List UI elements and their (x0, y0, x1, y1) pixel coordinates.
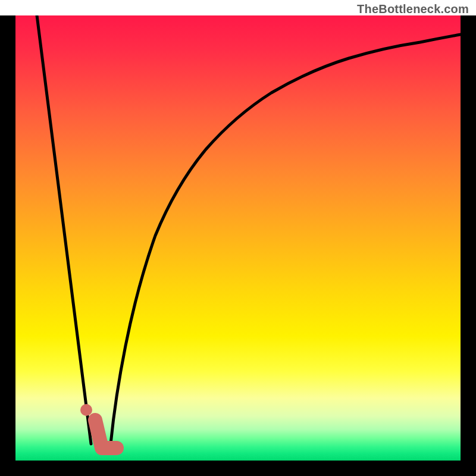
right-curve (111, 35, 461, 444)
plot-frame (0, 15, 476, 476)
chart-stage: TheBottleneck.com (0, 0, 476, 476)
watermark-text: TheBottleneck.com (357, 2, 469, 16)
plot-area (15, 15, 461, 461)
left-line (37, 15, 91, 444)
curves-layer (15, 15, 461, 461)
marker-dot (80, 404, 92, 416)
